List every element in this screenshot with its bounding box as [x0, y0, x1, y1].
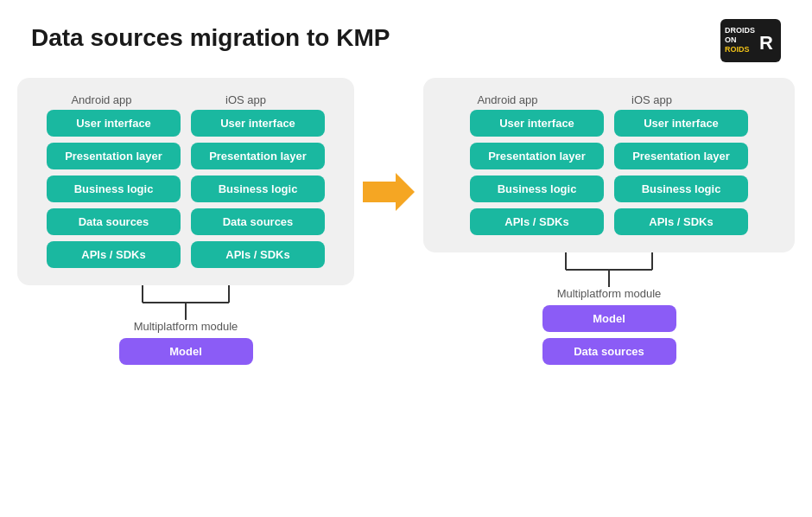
- right-android-btn-3: APIs / SDKs: [470, 208, 604, 235]
- left-android-btn-2: Business logic: [47, 176, 181, 202]
- arrow-container: [354, 78, 423, 211]
- right-ios-btn-0: User interface: [614, 110, 748, 137]
- left-ios-btn-2: Business logic: [191, 176, 325, 202]
- right-ios-btn-2: Business logic: [614, 176, 748, 202]
- right-ios-btn-1: Presentation layer: [614, 143, 748, 169]
- svg-text:ROIDS: ROIDS: [725, 45, 750, 54]
- left-android-btn-0: User interface: [47, 110, 181, 137]
- left-ios-btn-1: Presentation layer: [191, 143, 325, 169]
- left-ios-btn-3: Data sources: [191, 208, 325, 235]
- left-android-btn-4: APIs / SDKs: [47, 241, 181, 268]
- svg-marker-9: [363, 173, 415, 211]
- left-connector: [73, 285, 298, 320]
- left-ios-btn-0: User interface: [191, 110, 325, 137]
- right-android-btn-2: Business logic: [470, 176, 604, 202]
- left-android-btn-1: Presentation layer: [47, 143, 181, 169]
- page-title: Data sources migration to KMP: [31, 24, 390, 52]
- left-android-column: User interface Presentation layer Busine…: [47, 110, 181, 268]
- svg-text:R: R: [759, 32, 773, 54]
- right-ios-label: iOS app: [585, 93, 719, 106]
- svg-text:ON: ON: [725, 35, 737, 44]
- left-module-btn-0: Model: [119, 338, 253, 365]
- right-module-btn-0: Model: [542, 305, 676, 332]
- right-ios-btn-3: APIs / SDKs: [614, 208, 748, 235]
- right-android-label: Android app: [441, 93, 574, 106]
- right-module-label: Multiplatform module: [557, 287, 662, 300]
- left-android-label: Android app: [35, 93, 168, 106]
- right-android-btn-0: User interface: [470, 110, 604, 137]
- left-ios-column: User interface Presentation layer Busine…: [191, 110, 325, 268]
- logo: DROIDS ON ROIDS R: [720, 19, 781, 62]
- migration-arrow: [363, 173, 415, 211]
- right-android-btn-1: Presentation layer: [470, 143, 604, 169]
- right-android-column: User interface Presentation layer Busine…: [470, 110, 604, 235]
- left-android-btn-3: Data sources: [47, 208, 181, 235]
- left-panel: Android app iOS app User interface Prese…: [17, 78, 354, 285]
- left-ios-label: iOS app: [179, 93, 313, 106]
- left-module-label: Multiplatform module: [134, 320, 238, 333]
- svg-text:DROIDS: DROIDS: [725, 26, 755, 35]
- left-ios-btn-4: APIs / SDKs: [191, 241, 325, 268]
- right-panel: Android app iOS app User interface Prese…: [423, 78, 795, 252]
- right-ios-column: User interface Presentation layer Busine…: [614, 110, 748, 235]
- right-module-btn-1: Data sources: [542, 338, 676, 365]
- right-connector: [488, 252, 730, 287]
